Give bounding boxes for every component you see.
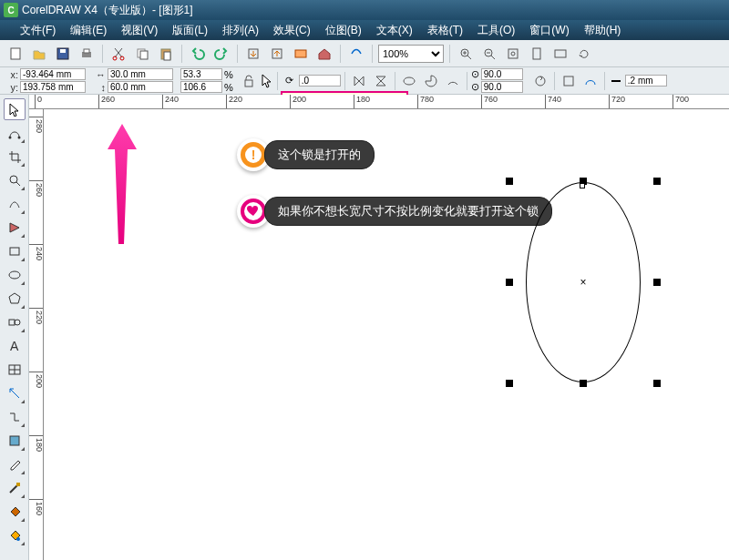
y-input[interactable] [20, 81, 86, 93]
zoom-out-button[interactable] [479, 44, 499, 64]
x-input[interactable] [20, 68, 86, 80]
table-tool[interactable] [4, 359, 26, 381]
scale-y-input[interactable] [180, 81, 222, 93]
zoom-page-button[interactable] [527, 44, 547, 64]
menu-view[interactable]: 视图(V) [121, 23, 158, 38]
svg-point-17 [511, 52, 515, 56]
print-button[interactable] [77, 44, 97, 64]
to-curve-button[interactable] [580, 71, 601, 91]
mirror-v-button[interactable] [371, 71, 391, 91]
direction-button[interactable] [530, 71, 550, 91]
zoom-tool[interactable] [4, 169, 26, 191]
pct-label-2: % [224, 82, 233, 93]
outline-tool[interactable] [4, 477, 26, 499]
ellipse-tool[interactable] [4, 264, 26, 286]
wrap-button[interactable] [559, 71, 579, 91]
scale-x-input[interactable] [180, 68, 222, 80]
interactive-fill-tool[interactable] [4, 524, 26, 546]
eyedropper-tool[interactable] [4, 453, 26, 475]
rectangle-tool[interactable] [4, 240, 26, 262]
menu-help[interactable]: 帮助(H) [584, 23, 621, 38]
basic-shapes-tool[interactable] [4, 311, 26, 333]
pie-mode-button[interactable] [421, 71, 441, 91]
handle-ne[interactable] [653, 178, 661, 185]
size-group: ↔ ↕ [93, 68, 173, 93]
svg-rect-8 [140, 51, 148, 59]
import-button[interactable] [243, 44, 263, 64]
width-input[interactable] [108, 68, 173, 80]
arc-start-input[interactable] [481, 68, 523, 80]
menu-edit[interactable]: 编辑(E) [70, 23, 107, 38]
open-button[interactable] [29, 44, 49, 64]
zoom-in-button[interactable] [456, 44, 476, 64]
app-launcher-button[interactable] [291, 44, 311, 64]
polygon-tool[interactable] [4, 288, 26, 310]
handle-e[interactable] [653, 279, 661, 286]
paste-button[interactable] [156, 44, 176, 64]
refresh-button[interactable] [574, 44, 594, 64]
redo-button[interactable] [211, 44, 231, 64]
menu-text[interactable]: 文本(X) [376, 23, 413, 38]
zoom-select[interactable]: 100% [378, 45, 444, 63]
menu-effects[interactable]: 效果(C) [273, 23, 311, 38]
shape-tool[interactable] [4, 122, 26, 144]
connector-tool[interactable] [4, 406, 26, 428]
handle-w[interactable] [506, 279, 513, 286]
mirror-h-button[interactable] [349, 71, 369, 91]
pct-label: % [224, 69, 233, 80]
arc-end-input[interactable] [481, 81, 523, 93]
handle-s[interactable] [580, 380, 587, 387]
svg-rect-13 [295, 50, 306, 57]
cursor-icon [261, 73, 273, 89]
callout-1-text: 这个锁是打开的 [264, 140, 375, 169]
interactive-tool[interactable] [4, 430, 26, 452]
x-label: x: [5, 69, 18, 80]
menu-layout[interactable]: 版面(L) [172, 23, 208, 38]
node-top[interactable] [580, 183, 585, 188]
zoom-all-button[interactable] [550, 44, 570, 64]
save-button[interactable] [53, 44, 73, 64]
svg-point-35 [16, 537, 20, 541]
clock-icon: ⊙ [471, 68, 479, 80]
center-marker-icon[interactable]: × [580, 276, 586, 289]
svg-point-22 [536, 76, 545, 86]
menu-bitmap[interactable]: 位图(B) [325, 23, 362, 38]
svg-point-21 [404, 77, 415, 85]
menu-tools[interactable]: 工具(O) [477, 23, 515, 38]
export-button[interactable] [267, 44, 287, 64]
selected-ellipse[interactable]: × [506, 178, 661, 387]
crop-tool[interactable] [4, 146, 26, 168]
handle-nw[interactable] [506, 178, 513, 185]
arc-mode-button[interactable] [443, 71, 463, 91]
zoom-fit-button[interactable] [503, 44, 523, 64]
outline-width-input[interactable] [625, 75, 667, 87]
dimension-tool[interactable] [4, 382, 26, 404]
app-logo-icon: C [4, 3, 18, 17]
menu-file[interactable]: 文件(F) [20, 23, 56, 38]
lock-ratio-button[interactable] [241, 71, 257, 91]
arc-angles-group: ⊙ ⊙ [471, 68, 523, 93]
menu-arrange[interactable]: 排列(A) [222, 23, 259, 38]
handle-se[interactable] [653, 380, 661, 387]
fill-tool[interactable] [4, 501, 26, 523]
snap-button[interactable] [346, 44, 366, 64]
height-input[interactable] [108, 81, 173, 93]
copy-button[interactable] [132, 44, 152, 64]
new-button[interactable] [5, 44, 26, 64]
undo-button[interactable] [188, 44, 208, 64]
welcome-button[interactable] [314, 44, 334, 64]
menu-window[interactable]: 窗口(W) [529, 23, 569, 38]
svg-point-24 [8, 137, 11, 139]
rotation-input[interactable] [299, 75, 341, 87]
cut-button[interactable] [108, 44, 128, 64]
handle-sw[interactable] [506, 380, 513, 387]
menu-table[interactable]: 表格(T) [427, 23, 463, 38]
property-bar: x: y: ↔ ↕ % % ⟳ ⊙ ⊙ 不成比例的缩放/调整比率 [0, 67, 729, 95]
freehand-tool[interactable] [4, 193, 26, 215]
ellipse-mode-button[interactable] [399, 71, 419, 91]
text-tool[interactable]: A [4, 335, 26, 357]
pick-tool[interactable] [4, 98, 26, 120]
toolbox: A [0, 95, 29, 560]
svg-rect-18 [533, 48, 540, 59]
smart-fill-tool[interactable] [4, 217, 26, 239]
